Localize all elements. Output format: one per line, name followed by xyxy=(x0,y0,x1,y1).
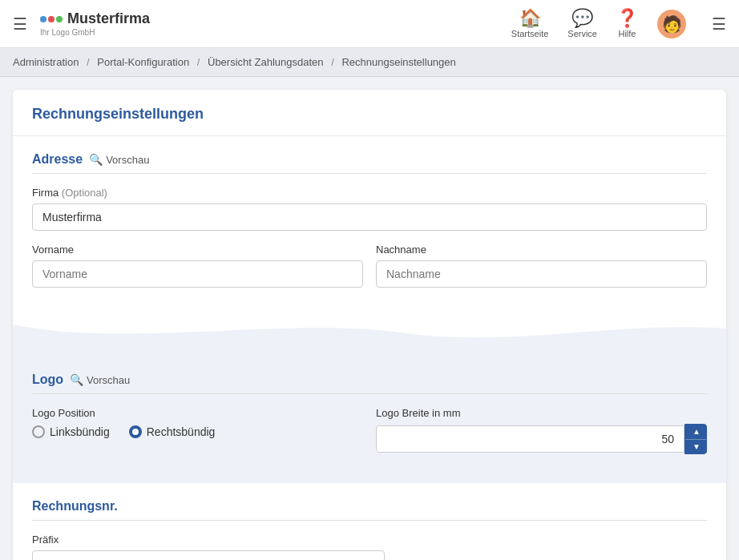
logo-dot-blue xyxy=(40,16,46,22)
main-content: Rechnungseinstellungen Adresse 🔍 Vorscha… xyxy=(0,90,739,560)
avatar[interactable]: 🧑 xyxy=(657,10,686,38)
service-icon: 💬 xyxy=(571,10,593,27)
logo-position-label: Logo Position xyxy=(32,407,363,419)
praefix-group: Präfix xyxy=(32,534,707,560)
header: ☰ Musterfirma Ihr Logo GmbH 🏠 Startseite… xyxy=(0,0,739,48)
logo-options-row: Logo Position Linksbündig Rechtsbündig xyxy=(32,407,707,467)
radio-linksbundig-input[interactable] xyxy=(32,425,45,438)
logo-area: Musterfirma Ihr Logo GmbH xyxy=(40,10,150,37)
logo-dot-red xyxy=(48,16,55,22)
adresse-section: Adresse 🔍 Vorschau Firma (Optional) Vorn… xyxy=(13,136,726,316)
header-nav: 🏠 Startseite 💬 Service ❓ Hilfe 🧑 ☰ xyxy=(511,10,726,38)
nav-hilfe[interactable]: ❓ Hilfe xyxy=(616,10,638,38)
spinner-up-button[interactable]: ▲ xyxy=(685,425,707,439)
logo-brand-text: Musterfirma xyxy=(67,10,150,27)
help-icon: ❓ xyxy=(616,10,638,27)
breadcrumb: Administration / Portal-Konfiguration / … xyxy=(0,48,739,77)
logo-breite-input-group: ▲ ▼ xyxy=(376,424,707,454)
nav-service[interactable]: 💬 Service xyxy=(567,10,597,38)
nav-service-label: Service xyxy=(567,29,597,38)
adresse-section-header: Adresse 🔍 Vorschau xyxy=(32,152,707,174)
logo-breite-label: Logo Breite in mm xyxy=(376,407,707,419)
logo-title: Logo xyxy=(32,373,63,387)
logo-dot-green xyxy=(56,16,63,22)
nachname-input[interactable] xyxy=(376,260,707,288)
breadcrumb-sep-3: / xyxy=(331,56,337,68)
radio-rechtsbundig[interactable]: Rechtsbündig xyxy=(129,425,216,438)
logo-search-icon: 🔍 xyxy=(70,373,83,386)
adresse-title: Adresse xyxy=(32,152,83,167)
radio-rechtsbundig-label: Rechtsbündig xyxy=(147,425,216,438)
nachname-group: Nachname xyxy=(376,244,707,288)
adresse-preview-label: Vorschau xyxy=(106,154,149,166)
settings-card: Rechnungseinstellungen Adresse 🔍 Vorscha… xyxy=(13,90,726,560)
praefix-label: Präfix xyxy=(32,534,707,546)
wave-divider xyxy=(13,316,726,357)
breadcrumb-sep-1: / xyxy=(87,56,92,68)
nav-startseite-label: Startseite xyxy=(511,29,548,38)
rechnungsnr-title: Rechnungsnr. xyxy=(32,499,118,514)
nav-startseite[interactable]: 🏠 Startseite xyxy=(511,10,548,38)
logo-position-radio-group: Linksbündig Rechtsbündig xyxy=(32,425,363,438)
logo-preview-label: Vorschau xyxy=(87,374,130,386)
rechnungsnr-section-header: Rechnungsnr. xyxy=(32,499,707,521)
nachname-label: Nachname xyxy=(376,244,707,256)
radio-linksbundig[interactable]: Linksbündig xyxy=(32,425,110,438)
logo-brand: Musterfirma xyxy=(40,10,150,27)
logo-breite-group: Logo Breite in mm ▲ ▼ xyxy=(376,407,707,454)
logo-breite-spinners: ▲ ▼ xyxy=(684,424,707,454)
card-title: Rechnungseinstellungen xyxy=(13,90,726,136)
logo-section-header: Logo 🔍 Vorschau xyxy=(32,373,707,394)
firma-label: Firma (Optional) xyxy=(32,187,707,199)
rechnungsnr-section: Rechnungsnr. Präfix Startwert Nächster W… xyxy=(13,483,726,560)
vorname-label: Vorname xyxy=(32,244,363,256)
logo-subtitle: Ihr Logo GmbH xyxy=(40,28,95,37)
spinner-down-button[interactable]: ▼ xyxy=(685,439,707,453)
search-icon: 🔍 xyxy=(89,153,103,166)
wave-svg xyxy=(13,316,726,357)
menu-icon[interactable]: ☰ xyxy=(712,14,726,34)
home-icon: 🏠 xyxy=(519,10,541,27)
firma-group: Firma (Optional) xyxy=(32,187,707,231)
breadcrumb-zahlungsdaten[interactable]: Übersicht Zahlungsdaten xyxy=(208,56,324,68)
header-left: ☰ Musterfirma Ihr Logo GmbH xyxy=(13,10,150,37)
breadcrumb-sep-2: / xyxy=(197,56,203,68)
logo-dots xyxy=(40,16,63,22)
firma-optional: (Optional) xyxy=(62,187,107,199)
adresse-preview-button[interactable]: 🔍 Vorschau xyxy=(89,153,149,166)
breadcrumb-current: Rechnungseinstellungen xyxy=(341,56,455,68)
logo-breite-input[interactable] xyxy=(376,425,684,453)
nav-hilfe-label: Hilfe xyxy=(618,29,636,38)
radio-rechtsbundig-input[interactable] xyxy=(129,425,142,438)
praefix-input[interactable] xyxy=(32,550,385,560)
logo-preview-button[interactable]: 🔍 Vorschau xyxy=(70,373,130,386)
logo-position-group: Logo Position Linksbündig Rechtsbündig xyxy=(32,407,363,454)
breadcrumb-administration[interactable]: Administration xyxy=(13,56,79,68)
vorname-group: Vorname xyxy=(32,244,363,288)
radio-linksbundig-label: Linksbündig xyxy=(50,425,110,438)
logo-section: Logo 🔍 Vorschau Logo Position Linksbündi… xyxy=(13,357,726,483)
vorname-input[interactable] xyxy=(32,260,363,288)
hamburger-icon[interactable]: ☰ xyxy=(13,14,27,34)
name-row: Vorname Nachname xyxy=(32,244,707,300)
breadcrumb-portal[interactable]: Portal-Konfiguration xyxy=(97,56,189,68)
firma-input[interactable] xyxy=(32,203,707,231)
